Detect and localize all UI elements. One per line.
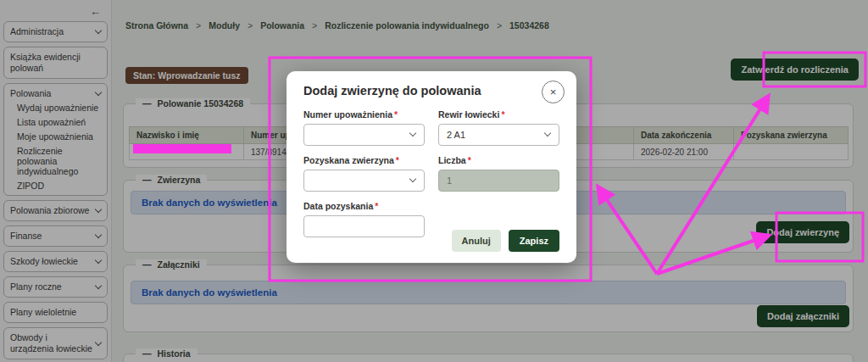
cancel-button[interactable]: Anuluj	[452, 230, 501, 252]
dialog-title: Dodaj zwierzynę do polowania	[303, 84, 559, 97]
field-acquisition-date: Data pozyskania*	[303, 201, 425, 237]
required-asterisk: *	[468, 155, 471, 165]
required-asterisk: *	[394, 109, 398, 120]
field-count: Liczba*	[438, 155, 559, 192]
dialog-form: Numer upoważnienia* Rewir łowiecki* 2 A1…	[303, 109, 559, 237]
required-asterisk: *	[396, 155, 399, 165]
field-label: Pozyskana zwierzyna*	[303, 155, 425, 165]
permit-number-select[interactable]	[303, 124, 425, 146]
select-value: 2 A1	[447, 130, 465, 140]
required-asterisk: *	[375, 201, 378, 211]
close-icon[interactable]: ×	[542, 81, 565, 103]
add-game-dialog: Dodaj zwierzynę do polowania × Numer upo…	[287, 71, 576, 263]
field-label: Rewir łowiecki*	[438, 109, 559, 120]
field-obtained-game: Pozyskana zwierzyna*	[303, 155, 425, 192]
dialog-footer: Anuluj Zapisz	[452, 230, 559, 252]
obtained-game-select[interactable]	[303, 170, 425, 192]
count-input	[438, 170, 559, 192]
app-window: ← Administracja Książka ewidencji polowa…	[0, 0, 868, 362]
chevron-down-icon	[409, 130, 416, 136]
field-hunting-district: Rewir łowiecki* 2 A1	[438, 109, 559, 146]
save-button[interactable]: Zapisz	[509, 230, 559, 252]
hunting-district-select[interactable]: 2 A1	[438, 124, 559, 146]
required-asterisk: *	[501, 109, 504, 120]
field-label: Numer upoważnienia*	[303, 109, 425, 120]
field-label: Data pozyskania*	[303, 201, 425, 211]
chevron-down-icon	[409, 175, 416, 182]
acquisition-date-input[interactable]	[303, 215, 425, 237]
field-label: Liczba*	[438, 155, 559, 165]
field-permit-number: Numer upoważnienia*	[303, 109, 425, 146]
chevron-down-icon	[544, 130, 551, 136]
